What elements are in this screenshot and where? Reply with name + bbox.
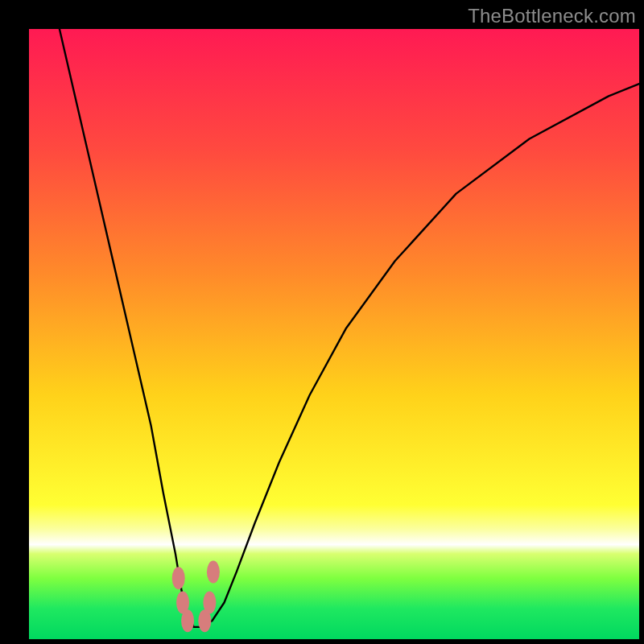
curve-marker (207, 561, 220, 584)
bottleneck-curve (29, 29, 639, 639)
curve-marker (172, 567, 185, 589)
watermark-text: TheBottleneck.com (468, 5, 636, 27)
plot-area (29, 29, 639, 639)
chart-frame: TheBottleneck.com (0, 0, 644, 644)
curve-marker (203, 592, 216, 614)
curve-marker (181, 609, 194, 632)
